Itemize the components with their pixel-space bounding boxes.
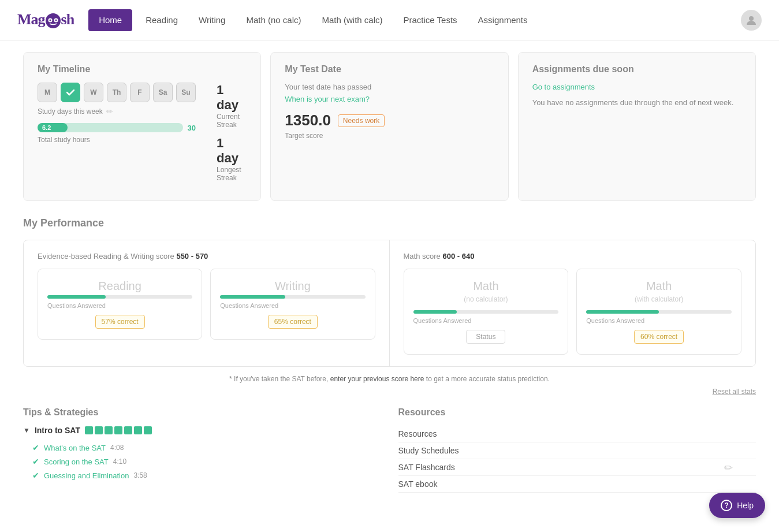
study-hours-progress-bar: 6.2 xyxy=(38,123,183,132)
floating-edit-icon[interactable]: ✏ xyxy=(724,462,733,474)
checkmark-icon-3: ✔ xyxy=(32,471,39,480)
tips-section-title: Tips & Strategies xyxy=(23,407,381,418)
top-cards-row: My Timeline M W Th F Sa Su xyxy=(23,52,756,201)
logo-text: Mag sh xyxy=(17,11,74,29)
longest-streak-label: Longest Streak xyxy=(217,166,247,182)
svg-point-0 xyxy=(46,13,61,28)
enter-previous-score-link[interactable]: enter your previous score here xyxy=(330,375,424,383)
math-score-label: Math score 600 - 640 xyxy=(404,252,742,261)
tip-link-1[interactable]: What's on the SAT xyxy=(44,444,106,452)
tips-strategies-section: Tips & Strategies ▼ Intro to SAT ✔ What'… xyxy=(23,407,381,493)
reading-card-title: Reading xyxy=(47,280,192,293)
timeline-left: M W Th F Sa Su Study days this week ✏ xyxy=(38,83,196,144)
dot-3 xyxy=(105,426,113,434)
math-no-calc-subtitle: (no calculator) xyxy=(413,295,559,303)
writing-card-title: Writing xyxy=(220,280,365,293)
nav-practice-tests[interactable]: Practice Tests xyxy=(393,0,468,40)
math-no-calc-progress-fill xyxy=(413,310,457,314)
tip-link-3[interactable]: Guessing and Elimination xyxy=(44,471,129,480)
reset-stats-link[interactable]: Reset all stats xyxy=(23,388,756,396)
study-days-label: Study days this week ✏ xyxy=(38,107,196,116)
math-no-calc-questions-label: Questions Answered xyxy=(413,317,559,324)
math-cards-row: Math (no calculator) Questions Answered … xyxy=(404,269,742,355)
tips-intro-label: Intro to SAT xyxy=(35,426,80,435)
day-sun[interactable]: Su xyxy=(176,83,196,102)
day-sat[interactable]: Sa xyxy=(153,83,173,102)
resource-item-4[interactable]: SAT ebook xyxy=(398,476,756,493)
sat-note: * If you've taken the SAT before, enter … xyxy=(23,375,756,383)
math-half: Math score 600 - 640 Math (no calculator… xyxy=(390,240,756,366)
rw-score-value: 550 - 570 xyxy=(176,252,208,261)
progress-dots xyxy=(85,426,152,434)
help-button[interactable]: ? Help xyxy=(709,493,765,504)
edit-study-days-icon[interactable]: ✏ xyxy=(106,107,113,116)
assignments-title: Assignments due soon xyxy=(532,64,741,75)
progress-row: 6.2 30 xyxy=(38,123,196,132)
resources-section-title: Resources xyxy=(398,407,756,418)
day-mon[interactable]: M xyxy=(38,83,57,102)
tip-duration-3: 3:58 xyxy=(133,471,147,479)
performance-section-title: My Performance xyxy=(23,217,756,229)
help-button-label: Help xyxy=(737,501,754,504)
resource-item-1[interactable]: Resources xyxy=(398,426,756,442)
math-with-calc-correct-badge: 60% correct xyxy=(634,330,684,344)
help-circle-icon: ? xyxy=(721,500,732,504)
header: Mag sh Home Reading Writing Math (no cal… xyxy=(0,0,779,40)
no-assignments-text: You have no assignments due through the … xyxy=(532,97,741,109)
nav-math-no-calc[interactable]: Math (no calc) xyxy=(236,0,311,40)
progress-current-value: 6.2 xyxy=(42,124,51,131)
writing-perf-card: Writing Questions Answered 65% correct xyxy=(210,269,375,340)
nav-reading[interactable]: Reading xyxy=(135,0,188,40)
writing-correct-badge: 65% correct xyxy=(268,315,318,329)
nav-assignments[interactable]: Assignments xyxy=(468,0,538,40)
svg-point-4 xyxy=(55,20,57,21)
reading-questions-label: Questions Answered xyxy=(47,302,192,309)
score-row: 1350.0 Needs work xyxy=(285,111,494,129)
math-with-calc-progress-fill xyxy=(586,310,659,314)
tips-intro-toggle[interactable]: ▼ Intro to SAT xyxy=(23,426,381,435)
rw-cards-row: Reading Questions Answered 57% correct W… xyxy=(38,269,375,340)
dot-2 xyxy=(95,426,103,434)
reading-perf-card: Reading Questions Answered 57% correct xyxy=(38,269,202,340)
math-with-calc-title: Math xyxy=(586,280,732,293)
day-fri[interactable]: F xyxy=(130,83,150,102)
logo: Mag sh xyxy=(17,11,74,29)
tip-item-3: ✔ Guessing and Elimination 3:58 xyxy=(23,468,381,482)
reading-writing-half: Evidence-based Reading & Writing score 5… xyxy=(24,240,390,366)
svg-point-5 xyxy=(749,16,754,21)
resources-list: Resources Study Schedules SAT Flashcards… xyxy=(398,426,756,493)
nav-home[interactable]: Home xyxy=(88,9,132,31)
timeline-card: My Timeline M W Th F Sa Su xyxy=(23,52,261,201)
nav-math-with-calc[interactable]: Math (with calc) xyxy=(311,0,393,40)
dot-1 xyxy=(85,426,93,434)
test-passed-text: Your test date has passed xyxy=(285,83,494,91)
reading-progress-bar xyxy=(47,295,192,299)
math-no-calc-progress-bar xyxy=(413,310,559,314)
test-date-card: My Test Date Your test date has passed W… xyxy=(270,52,508,201)
resource-item-2[interactable]: Study Schedules xyxy=(398,442,756,459)
reading-correct-badge: 57% correct xyxy=(95,315,145,329)
writing-progress-bar xyxy=(220,295,365,299)
bottom-section: Tips & Strategies ▼ Intro to SAT ✔ What'… xyxy=(23,407,756,493)
tip-link-2[interactable]: Scoring on the SAT xyxy=(44,457,109,466)
tip-item-2: ✔ Scoring on the SAT 4:10 xyxy=(23,455,381,468)
day-tue[interactable] xyxy=(61,83,80,102)
current-streak-label: Current Streak xyxy=(217,113,247,129)
nav-writing[interactable]: Writing xyxy=(188,0,236,40)
math-with-calc-progress-bar xyxy=(586,310,732,314)
day-wed[interactable]: W xyxy=(84,83,103,102)
math-with-calc-subtitle: (with calculator) xyxy=(586,295,732,303)
current-streak: 1 day Current Streak xyxy=(217,83,247,129)
math-score-value: 600 - 640 xyxy=(442,252,474,261)
day-thu[interactable]: Th xyxy=(107,83,126,102)
longest-streak: 1 day Longest Streak xyxy=(217,136,247,182)
tip-duration-2: 4:10 xyxy=(113,457,126,466)
collapse-icon: ▼ xyxy=(23,426,30,434)
user-avatar-button[interactable] xyxy=(741,10,762,31)
timeline-title: My Timeline xyxy=(38,64,247,75)
goto-assignments-link[interactable]: Go to assignments xyxy=(532,83,741,91)
target-score-label: Target score xyxy=(285,132,494,140)
resource-item-3[interactable]: SAT Flashcards xyxy=(398,459,756,476)
next-exam-link[interactable]: When is your next exam? xyxy=(285,95,494,103)
needs-work-badge: Needs work xyxy=(338,114,385,127)
